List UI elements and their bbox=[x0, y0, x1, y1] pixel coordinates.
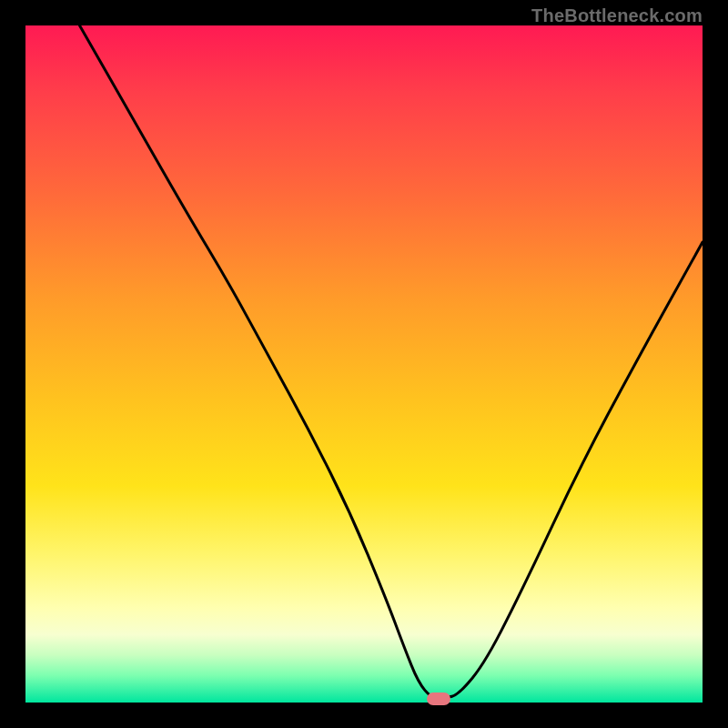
optimal-point-marker bbox=[427, 693, 450, 705]
chart-frame: TheBottleneck.com bbox=[0, 0, 728, 728]
plot-area bbox=[25, 25, 703, 703]
bottleneck-curve bbox=[25, 25, 703, 703]
watermark-text: TheBottleneck.com bbox=[531, 5, 703, 26]
